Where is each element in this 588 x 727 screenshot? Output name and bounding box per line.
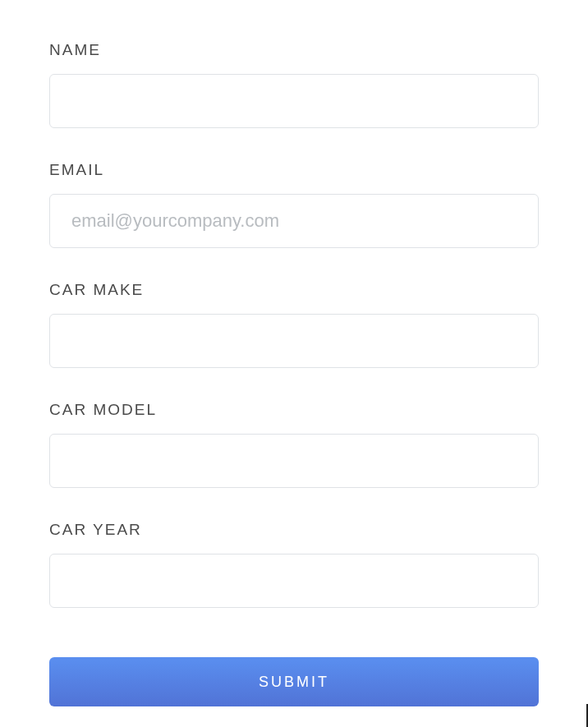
car-year-label: CAR YEAR <box>49 521 539 539</box>
email-input[interactable] <box>49 194 539 248</box>
field-group-car-year: CAR YEAR <box>49 521 539 608</box>
email-label: EMAIL <box>49 161 539 179</box>
contact-form: NAME EMAIL CAR MAKE CAR MODEL CAR YEAR S… <box>49 41 539 706</box>
car-make-input[interactable] <box>49 314 539 368</box>
field-group-car-make: CAR MAKE <box>49 281 539 368</box>
field-group-name: NAME <box>49 41 539 128</box>
car-model-label: CAR MODEL <box>49 401 539 419</box>
car-year-input[interactable] <box>49 554 539 608</box>
field-group-car-model: CAR MODEL <box>49 401 539 488</box>
submit-button[interactable]: SUBMIT <box>49 657 539 706</box>
name-input[interactable] <box>49 74 539 128</box>
car-make-label: CAR MAKE <box>49 281 539 299</box>
name-label: NAME <box>49 41 539 59</box>
car-model-input[interactable] <box>49 434 539 488</box>
field-group-email: EMAIL <box>49 161 539 248</box>
